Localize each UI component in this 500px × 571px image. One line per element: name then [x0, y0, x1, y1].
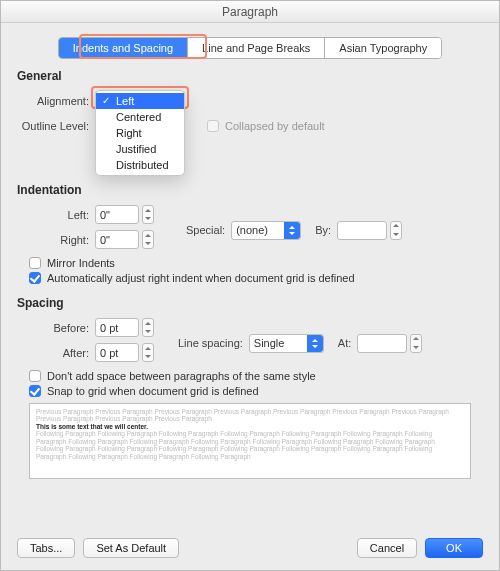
snap-to-grid-label: Snap to grid when document grid is defin…: [47, 385, 259, 397]
by-input[interactable]: [337, 221, 387, 240]
mirror-indents-label: Mirror Indents: [47, 257, 115, 269]
chevron-up-down-icon: [307, 335, 323, 352]
before-stepper[interactable]: [142, 318, 154, 337]
indent-left-stepper[interactable]: [142, 205, 154, 224]
preview-previous: Previous Paragraph Previous Paragraph Pr…: [36, 408, 464, 423]
line-spacing-select[interactable]: Single: [249, 334, 324, 353]
after-label: After:: [17, 347, 95, 359]
special-select[interactable]: (none): [231, 221, 301, 240]
tabs-row: Indents and Spacing Line and Page Breaks…: [17, 37, 483, 59]
cancel-button[interactable]: Cancel: [357, 538, 417, 558]
alignment-dropdown: Left Centered Right Justified Distribute…: [95, 90, 185, 176]
indent-left-input[interactable]: 0": [95, 205, 139, 224]
by-label: By:: [301, 224, 337, 236]
tabs-button[interactable]: Tabs...: [17, 538, 75, 558]
tabs: Indents and Spacing Line and Page Breaks…: [58, 37, 442, 59]
tab-indents-spacing[interactable]: Indents and Spacing: [59, 38, 188, 58]
indent-right-label: Right:: [17, 234, 95, 246]
section-general-heading: General: [17, 69, 483, 83]
before-label: Before:: [17, 322, 95, 334]
at-label: At:: [324, 337, 357, 349]
alignment-option-justified[interactable]: Justified: [96, 141, 184, 157]
alignment-option-centered[interactable]: Centered: [96, 109, 184, 125]
auto-adjust-indent-checkbox[interactable]: [29, 272, 41, 284]
titlebar: Paragraph: [1, 1, 499, 23]
collapsed-by-default-label: Collapsed by default: [225, 120, 325, 132]
snap-to-grid-checkbox[interactable]: [29, 385, 41, 397]
alignment-option-distributed[interactable]: Distributed: [96, 157, 184, 173]
indent-left-label: Left:: [17, 209, 95, 221]
indent-right-stepper[interactable]: [142, 230, 154, 249]
section-spacing-heading: Spacing: [17, 296, 483, 310]
after-input[interactable]: 0 pt: [95, 343, 139, 362]
no-space-same-style-checkbox[interactable]: [29, 370, 41, 382]
before-input[interactable]: 0 pt: [95, 318, 139, 337]
no-space-same-style-label: Don't add space between paragraphs of th…: [47, 370, 316, 382]
preview-following: Following Paragraph Following Paragraph …: [36, 430, 464, 460]
at-input[interactable]: [357, 334, 407, 353]
window-title: Paragraph: [222, 5, 278, 19]
mirror-indents-checkbox[interactable]: [29, 257, 41, 269]
alignment-label: Alignment:: [17, 95, 95, 107]
preview-sample-text: This is some text that we will center.: [36, 423, 464, 430]
chevron-up-down-icon: [284, 222, 300, 239]
alignment-option-right[interactable]: Right: [96, 125, 184, 141]
collapsed-by-default-checkbox: [207, 120, 219, 132]
preview-pane: Previous Paragraph Previous Paragraph Pr…: [29, 403, 471, 479]
indent-right-input[interactable]: 0": [95, 230, 139, 249]
tab-asian-typography[interactable]: Asian Typography: [325, 38, 441, 58]
outline-level-label: Outline Level:: [17, 120, 95, 132]
dialog-footer: Tabs... Set As Default Cancel OK: [1, 526, 499, 570]
special-value: (none): [236, 224, 268, 236]
section-indentation-heading: Indentation: [17, 183, 483, 197]
set-as-default-button[interactable]: Set As Default: [83, 538, 179, 558]
special-label: Special:: [172, 224, 231, 236]
ok-button[interactable]: OK: [425, 538, 483, 558]
at-stepper[interactable]: [410, 334, 422, 353]
paragraph-dialog: Paragraph Indents and Spacing Line and P…: [0, 0, 500, 571]
line-spacing-label: Line spacing:: [172, 337, 249, 349]
alignment-option-left[interactable]: Left: [96, 93, 184, 109]
dialog-content: Indents and Spacing Line and Page Breaks…: [1, 23, 499, 479]
line-spacing-value: Single: [254, 337, 285, 349]
tab-line-page-breaks[interactable]: Line and Page Breaks: [188, 38, 325, 58]
auto-adjust-indent-label: Automatically adjust right indent when d…: [47, 272, 355, 284]
after-stepper[interactable]: [142, 343, 154, 362]
by-stepper[interactable]: [390, 221, 402, 240]
